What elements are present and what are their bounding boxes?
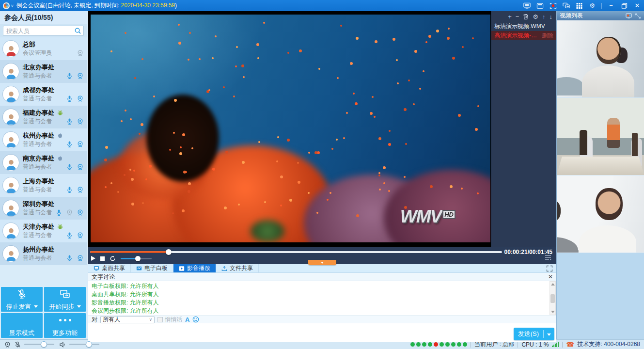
camera-icon[interactable] bbox=[66, 209, 73, 216]
send-button[interactable]: 发送(S) bbox=[514, 328, 554, 340]
microphone-icon[interactable] bbox=[66, 186, 73, 193]
chat-close-icon[interactable]: ✕ bbox=[548, 274, 553, 280]
close-button[interactable]: ✕ bbox=[633, 2, 641, 9]
microphone-icon[interactable] bbox=[66, 72, 73, 79]
playlist-toggle-icon[interactable] bbox=[545, 254, 551, 262]
start-sync-button[interactable]: 开始同步 bbox=[44, 287, 86, 312]
dropdown-caret-icon[interactable] bbox=[77, 305, 81, 308]
layout-grid-icon[interactable] bbox=[575, 2, 583, 9]
volume-handle[interactable] bbox=[135, 256, 141, 261]
participant-row[interactable]: 天津办事处 普通与会者 bbox=[0, 220, 87, 242]
display-mode-button[interactable]: 显示模式 bbox=[1, 313, 43, 338]
participant-row[interactable]: 南京办事处 普通与会者 bbox=[0, 151, 87, 174]
playlist-clear-trash-icon[interactable] bbox=[523, 14, 529, 20]
message-input[interactable] bbox=[88, 323, 556, 342]
camera-icon[interactable] bbox=[77, 141, 84, 148]
playlist-remove-icon[interactable]: − bbox=[516, 14, 519, 20]
camera-icon[interactable] bbox=[77, 72, 84, 79]
video-mode-icon[interactable] bbox=[626, 13, 632, 19]
window-mode-icon[interactable] bbox=[536, 2, 544, 9]
sidebar-action-buttons: 停止发言 开始同步 显示模式 更多功能 bbox=[0, 286, 87, 339]
playlist-add-icon[interactable]: + bbox=[508, 14, 512, 20]
microphone-icon[interactable] bbox=[66, 141, 73, 148]
volume-slider[interactable] bbox=[121, 258, 152, 259]
camera-icon[interactable] bbox=[77, 49, 84, 57]
tab-file-share[interactable]: 文件共享 bbox=[216, 264, 259, 272]
microphone-icon[interactable] bbox=[66, 232, 73, 239]
camera-icon[interactable] bbox=[77, 118, 84, 125]
camera-status-icon[interactable] bbox=[4, 341, 11, 348]
screen-share-icon[interactable] bbox=[523, 2, 531, 9]
settings-gear-icon[interactable]: ⚙ bbox=[588, 2, 596, 9]
record-icon[interactable] bbox=[549, 2, 557, 9]
participant-row[interactable]: 成都办事处 普通与会者 bbox=[0, 83, 87, 106]
playlist-delete-link[interactable]: 删除 bbox=[542, 31, 553, 40]
stop-speaking-button[interactable]: 停止发言 bbox=[1, 287, 43, 312]
avatar bbox=[3, 109, 19, 125]
whisper-checkbox[interactable]: 悄悄话 bbox=[157, 316, 182, 324]
speaker-icon[interactable] bbox=[59, 341, 66, 348]
camera-icon[interactable] bbox=[77, 209, 84, 216]
emoji-icon[interactable] bbox=[192, 316, 199, 323]
microphone-icon[interactable] bbox=[66, 118, 73, 125]
recipient-select[interactable]: 所有人 ∨ bbox=[100, 316, 155, 323]
playlist-item[interactable]: 标清演示视频.WMV bbox=[491, 22, 556, 31]
participant-row[interactable]: 北京办事处 普通与会者 bbox=[0, 60, 87, 83]
tab-media-playback[interactable]: 影音播放 bbox=[173, 264, 216, 272]
tab-desktop-share[interactable]: 桌面共享 bbox=[88, 264, 131, 272]
participant-row[interactable]: 扬州办事处 普通与会者 bbox=[0, 242, 87, 265]
minimize-button[interactable]: − bbox=[607, 2, 615, 9]
microphone-icon[interactable] bbox=[66, 163, 73, 171]
microphone-icon[interactable] bbox=[66, 254, 73, 262]
camera-icon[interactable] bbox=[77, 163, 84, 171]
wmv-hd-watermark: WMVHD bbox=[400, 206, 456, 227]
progress-handle[interactable] bbox=[166, 249, 172, 255]
avatar bbox=[3, 86, 19, 102]
scroll-down-icon[interactable] bbox=[551, 311, 555, 313]
video-thumbnail-3[interactable] bbox=[557, 175, 644, 253]
camera-icon[interactable] bbox=[77, 95, 84, 102]
playlist-move-up-icon[interactable]: ↑ bbox=[542, 14, 546, 20]
search-input[interactable] bbox=[3, 26, 84, 36]
more-functions-button[interactable]: 更多功能 bbox=[44, 313, 86, 338]
scrollbar-thumb[interactable] bbox=[550, 294, 555, 303]
panel-expand-icon[interactable] bbox=[635, 13, 641, 19]
speaker-volume-slider[interactable] bbox=[69, 344, 99, 345]
chat-scrollbar[interactable] bbox=[550, 281, 556, 315]
play-button[interactable] bbox=[91, 256, 95, 261]
participant-row[interactable]: 福建办事处 普通与会者 bbox=[0, 106, 87, 128]
mic-muted-icon[interactable] bbox=[14, 341, 21, 348]
panel-collapse-handle[interactable] bbox=[308, 260, 336, 265]
participant-row[interactable]: 上海办事处 普通与会者 bbox=[0, 174, 87, 197]
microphone-icon[interactable] bbox=[55, 209, 63, 216]
network-cascade-icon[interactable] bbox=[562, 2, 570, 9]
search-icon[interactable] bbox=[74, 27, 81, 34]
loop-button[interactable] bbox=[110, 255, 116, 262]
playlist-settings-gear-icon[interactable]: ⚙ bbox=[533, 14, 538, 20]
camera-icon[interactable] bbox=[77, 186, 84, 193]
scroll-up-icon[interactable] bbox=[551, 283, 555, 286]
playlist-item-selected[interactable]: 高清演示视频-720P.wmv 删除 bbox=[491, 31, 556, 40]
video-display[interactable]: WMVHD bbox=[91, 15, 490, 242]
video-thumbnail-1[interactable] bbox=[557, 20, 644, 98]
video-thumbnail-2[interactable] bbox=[557, 98, 644, 175]
dropdown-caret-icon[interactable] bbox=[34, 305, 38, 308]
restore-button[interactable] bbox=[620, 2, 628, 9]
fullscreen-expand-icon[interactable] bbox=[546, 265, 553, 272]
microphone-icon[interactable] bbox=[66, 95, 73, 102]
camera-icon[interactable] bbox=[77, 232, 84, 239]
stop-button[interactable] bbox=[100, 256, 105, 261]
font-settings-icon[interactable]: A bbox=[185, 316, 189, 323]
participant-row[interactable]: 深圳办事处 普通与会者 bbox=[0, 197, 87, 220]
progress-bar[interactable] bbox=[90, 251, 502, 253]
tab-whiteboard[interactable]: 电子白板 bbox=[131, 264, 173, 272]
chevron-down-icon[interactable]: ∨ bbox=[11, 3, 14, 8]
participant-row[interactable]: 杭州办事处 普通与会者 bbox=[0, 128, 87, 151]
camera-icon[interactable] bbox=[77, 254, 84, 262]
checkbox-icon[interactable] bbox=[157, 317, 163, 322]
chat-message: 会议同步权限: 允许所有人 bbox=[88, 307, 556, 315]
participant-row[interactable]: 总部 会议管理员 bbox=[0, 37, 87, 60]
send-options-caret[interactable] bbox=[544, 331, 554, 337]
playlist-move-down-icon[interactable]: ↓ bbox=[550, 14, 553, 20]
mic-volume-slider[interactable] bbox=[24, 344, 54, 345]
